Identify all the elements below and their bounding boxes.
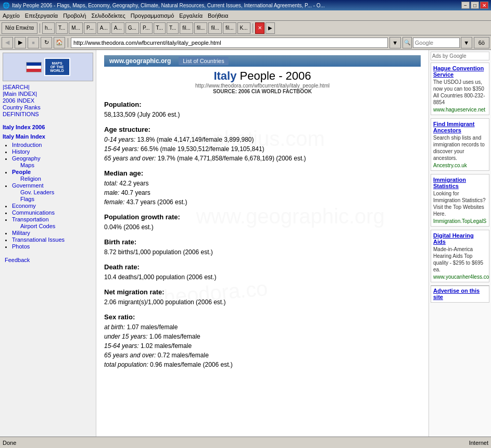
- sex-15-64-label: 15-64 years:: [104, 342, 139, 350]
- ad-body-0: The USDOJ uses us, now you can too $350 …: [433, 79, 487, 106]
- close-button[interactable]: ✕: [480, 2, 488, 9]
- ad-body-3: Made-in-America Hearing Aids Top quality…: [433, 246, 487, 273]
- ad-url-2: Immigration.TopLegalS: [433, 218, 487, 224]
- nav-communications[interactable]: Communications: [12, 209, 93, 216]
- nav-airport-codes[interactable]: Airport Codes: [20, 223, 93, 229]
- new-tab-button[interactable]: Νέα Επικέτα: [2, 22, 37, 34]
- tb-btn-t3[interactable]: T...: [167, 22, 179, 34]
- menu-help[interactable]: Βοήθεια: [208, 13, 228, 19]
- tb-btn-h[interactable]: h...: [42, 22, 55, 34]
- nav-military[interactable]: Military: [12, 230, 93, 236]
- nav-gov-leaders[interactable]: Gov. Leaders: [20, 189, 93, 195]
- nav-maps[interactable]: Maps: [20, 162, 93, 168]
- nav-transportation[interactable]: Transportation: [12, 216, 93, 222]
- menu-edit[interactable]: Επεξεργασία: [25, 13, 58, 19]
- tb-btn-close[interactable]: ✕: [255, 22, 265, 34]
- ad-title-1[interactable]: Find Immigrant Ancestors: [433, 121, 487, 133]
- sex-15-64-value: 1.02 males/female: [141, 342, 192, 350]
- tb-btn-t1[interactable]: T...: [56, 22, 68, 34]
- section-heading-median: Median age:: [104, 169, 421, 177]
- sex-65-plus-label: 65 years and over:: [104, 352, 156, 359]
- section-heading-growth: Population growth rate:: [104, 213, 421, 221]
- geographic-list[interactable]: List of Countries: [179, 57, 228, 65]
- ad-block-4: Advertise on this site: [431, 285, 489, 303]
- tb-btn-p1[interactable]: P...: [84, 22, 96, 34]
- ad-title-0[interactable]: Hague Convention Service: [433, 65, 487, 78]
- main-index-link[interactable]: |Main INDEX|: [3, 91, 93, 97]
- ad-body-1: Search ship lists and immigration record…: [433, 134, 487, 161]
- nav-economy[interactable]: Economy: [12, 203, 93, 209]
- nav-religion[interactable]: Religion: [20, 176, 93, 182]
- home-button[interactable]: 🏠: [54, 37, 65, 48]
- ad-column: Ads by Google Hague Convention Service T…: [429, 50, 491, 437]
- age-65-plus-label: 65 years and over:: [104, 155, 156, 162]
- section-sex-ratio: Sex ratio: at birth: 1.07 males/female u…: [104, 313, 421, 369]
- section-heading-death: Death rate:: [104, 263, 421, 271]
- menu-bookmarks[interactable]: Σελιδοδείκτες: [91, 13, 125, 19]
- ad-body-2: Looking for Immigration Statistics? Visi…: [433, 190, 487, 217]
- median-female-label: female:: [104, 198, 124, 206]
- tb-btn-t2[interactable]: T...: [154, 22, 166, 34]
- menu-tools[interactable]: Εργαλεία: [179, 13, 203, 19]
- tb-btn-a2[interactable]: A...: [111, 22, 124, 34]
- forward-button[interactable]: ▶: [15, 37, 26, 48]
- tb-btn-p2[interactable]: P...: [140, 22, 153, 34]
- source-label: SOURCE: 2006 CIA WORLD FACTBOOK: [104, 89, 421, 94]
- address-bar[interactable]: [71, 38, 388, 48]
- stop-button[interactable]: ■: [28, 37, 39, 48]
- source-url: http://www.theodora.com/wfbcurrent/italy…: [104, 83, 421, 89]
- nav-flags[interactable]: Flags: [20, 196, 93, 202]
- italy-index-link[interactable]: Italy Index 2006: [3, 124, 93, 130]
- sex-birth-label: at birth:: [104, 323, 125, 331]
- section-content-population: 58,133,509 (July 2006 est.): [104, 110, 421, 119]
- index-2006-link[interactable]: 2006 INDEX: [3, 97, 93, 104]
- sidebar: MAPS OF THE WORLD |SEARCH| |Main INDEX| …: [0, 50, 96, 437]
- italy-main-link[interactable]: Italy Main Index: [3, 133, 93, 140]
- section-content-median: total: 42.2 years male: 40.7 years femal…: [104, 179, 421, 207]
- tb-btn-fil4[interactable]: fil...: [223, 22, 236, 34]
- tb-btn-k[interactable]: K...: [237, 22, 250, 34]
- country-ranks-link[interactable]: Country Ranks: [3, 104, 93, 110]
- search-input[interactable]: [413, 38, 460, 48]
- tb-btn-fil2[interactable]: fil...: [194, 22, 208, 34]
- menu-view[interactable]: Προβολή: [63, 13, 86, 19]
- ad-title-3[interactable]: Digital Hearing Aids: [433, 232, 487, 245]
- ad-title-2[interactable]: Immigration Statistics: [433, 177, 487, 189]
- age-15-64-value: 66.5% (male 19,530,512/female 19,105,841…: [141, 145, 265, 153]
- article: www.geographic.org www.photius.com · the…: [96, 50, 429, 437]
- section-heading-birth: Birth rate:: [104, 238, 421, 246]
- refresh-button[interactable]: ↻: [41, 37, 52, 48]
- age-65-plus-value: 19.7% (male 4,771,858/female 6,678,169) …: [158, 155, 306, 162]
- tb-btn-extra[interactable]: ▶: [266, 22, 275, 34]
- search-link[interactable]: |SEARCH|: [3, 84, 93, 90]
- feedback-link[interactable]: Feedback: [5, 257, 93, 263]
- nav-geography[interactable]: Geography: [12, 155, 93, 161]
- ad-title-4[interactable]: Advertise on this site: [433, 288, 487, 300]
- window-title: Italy People 2006 - Flags, Maps, Economy…: [12, 3, 325, 8]
- tb-btn-a1[interactable]: A...: [97, 22, 110, 34]
- nav-introduction[interactable]: Introduction: [12, 142, 93, 148]
- age-0-14-value: 13.8% (male 4,147,149/female 3,899,980): [137, 136, 254, 143]
- nav-history[interactable]: History: [12, 148, 93, 155]
- nav-transnational[interactable]: Transnational Issues: [12, 237, 93, 243]
- tb-btn-g[interactable]: G...: [125, 22, 139, 34]
- definitions-link[interactable]: DEFINITIONS: [3, 111, 93, 117]
- menu-file[interactable]: Αρχείο: [3, 13, 20, 19]
- nav-government[interactable]: Government: [12, 182, 93, 189]
- tb-btn-m[interactable]: M...: [69, 22, 83, 34]
- menu-tools-prog[interactable]: Προγραμματισμό: [131, 13, 174, 19]
- maximize-button[interactable]: □: [471, 2, 479, 9]
- search-dropdown[interactable]: ▼: [461, 37, 472, 48]
- sex-under15-label: under 15 years:: [104, 333, 147, 340]
- minimize-button[interactable]: −: [461, 2, 470, 9]
- back-button[interactable]: ◀: [2, 37, 13, 48]
- sex-total-value: 0.96 males/female (2006 est.): [150, 361, 233, 368]
- nav-people[interactable]: People: [12, 169, 93, 175]
- tb-btn-fil1[interactable]: fil...: [180, 22, 193, 34]
- go-button[interactable]: 6ö: [474, 37, 489, 48]
- nav-photos[interactable]: Photos: [12, 243, 93, 250]
- address-dropdown[interactable]: ▼: [389, 37, 401, 48]
- section-population: Population: 58,133,509 (July 2006 est.): [104, 101, 421, 119]
- tb-btn-fil3[interactable]: fil...: [208, 22, 222, 34]
- geographic-bar: www.geographic.org List of Countries: [104, 55, 421, 67]
